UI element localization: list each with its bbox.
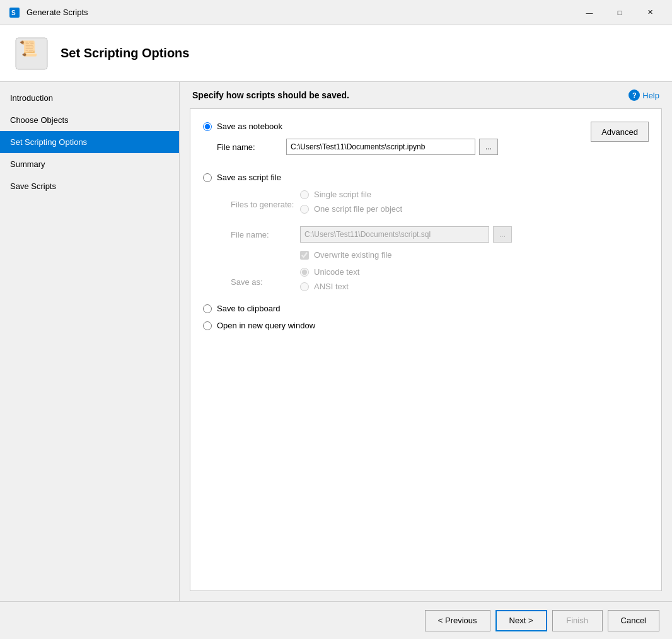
script-filename-input[interactable]	[300, 226, 489, 243]
finish-button[interactable]: Finish	[552, 610, 603, 631]
save-as-script-row: Save as script file	[203, 173, 649, 182]
notebook-browse-button[interactable]: ...	[479, 139, 498, 155]
cancel-button[interactable]: Cancel	[608, 610, 659, 631]
panel-top-row: Save as notebook File name: ... Advanced	[203, 122, 649, 163]
single-script-radio[interactable]	[300, 190, 309, 199]
script-filename-row: File name: ...	[231, 226, 649, 243]
advanced-button[interactable]: Advanced	[591, 122, 649, 142]
one-per-object-label: One script file per object	[314, 204, 402, 214]
open-in-query-label: Open in new query window	[217, 321, 315, 330]
minimize-button[interactable]: —	[575, 3, 604, 23]
notebook-filename-input[interactable]	[286, 139, 475, 155]
options-panel: Save as notebook File name: ... Advanced…	[190, 108, 662, 591]
save-as-notebook-row: Save as notebook	[203, 122, 498, 131]
content-area: Specify how scripts should be saved. ? H…	[180, 82, 672, 601]
open-query-row: Open in new query window	[203, 321, 649, 330]
notebook-filename-label: File name:	[217, 142, 286, 152]
save-as-label: Save as:	[231, 277, 300, 287]
save-notebook-section: Save as notebook File name: ...	[203, 122, 498, 163]
ansi-label: ANSI text	[314, 282, 349, 291]
sidebar-item-save-scripts[interactable]: Save Scripts	[0, 175, 179, 197]
ansi-radio[interactable]	[300, 282, 309, 291]
single-script-label: Single script file	[314, 190, 371, 199]
previous-button[interactable]: < Previous	[425, 610, 490, 631]
unicode-row: Unicode text	[300, 267, 359, 277]
save-as-row: Save as: Unicode text ANSI text	[231, 267, 649, 296]
main-area: Introduction Choose Objects Set Scriptin…	[0, 82, 672, 601]
save-as-notebook-label: Save as notebook	[217, 122, 282, 131]
files-to-generate-row: Files to generate: Single script file On…	[231, 190, 649, 219]
unicode-radio[interactable]	[300, 268, 309, 277]
next-button[interactable]: Next >	[495, 610, 547, 631]
help-link[interactable]: ? Help	[629, 89, 659, 101]
overwrite-row: Overwrite existing file	[300, 250, 649, 260]
maximize-button[interactable]: □	[605, 3, 634, 23]
files-to-generate-options: Single script file One script file per o…	[300, 190, 402, 219]
svg-text:S: S	[11, 9, 16, 16]
app-icon: S	[8, 6, 21, 20]
save-as-script-radio[interactable]	[203, 173, 212, 182]
footer: < Previous Next > Finish Cancel	[0, 601, 672, 639]
script-browse-button[interactable]: ...	[493, 226, 512, 243]
open-in-query-radio[interactable]	[203, 321, 212, 330]
save-as-options: Unicode text ANSI text	[300, 267, 359, 296]
title-bar: S Generate Scripts — □ ✕	[0, 0, 672, 25]
sidebar-item-summary[interactable]: Summary	[0, 153, 179, 175]
one-per-object-radio[interactable]	[300, 205, 309, 214]
single-script-row: Single script file	[300, 190, 402, 199]
dialog-title: Set Scripting Options	[61, 46, 189, 60]
svg-text:📜: 📜	[19, 39, 38, 57]
window-controls: — □ ✕	[575, 3, 664, 23]
sidebar: Introduction Choose Objects Set Scriptin…	[0, 82, 180, 601]
save-to-clipboard-row: Save to clipboard	[203, 304, 649, 313]
sidebar-item-choose-objects[interactable]: Choose Objects	[0, 109, 179, 131]
dialog-header: 📜 Set Scripting Options	[0, 25, 672, 82]
help-icon: ?	[629, 89, 640, 101]
notebook-filename-row: File name: ...	[217, 139, 498, 155]
overwrite-label: Overwrite existing file	[314, 250, 392, 260]
sidebar-item-set-scripting-options[interactable]: Set Scripting Options	[0, 131, 179, 153]
header-icon: 📜	[13, 35, 50, 72]
one-per-object-row: One script file per object	[300, 204, 402, 214]
overwrite-checkbox[interactable]	[300, 251, 309, 260]
save-as-notebook-radio[interactable]	[203, 122, 212, 131]
save-to-clipboard-label: Save to clipboard	[217, 304, 280, 313]
section-title: Specify how scripts should be saved.	[192, 90, 349, 100]
close-button[interactable]: ✕	[635, 3, 664, 23]
window-title: Generate Scripts	[26, 8, 575, 17]
script-options-indent: Files to generate: Single script file On…	[231, 190, 649, 296]
content-header: Specify how scripts should be saved. ? H…	[180, 82, 672, 108]
save-as-script-label: Save as script file	[217, 173, 281, 182]
files-to-generate-label: Files to generate:	[231, 200, 300, 209]
sidebar-item-introduction[interactable]: Introduction	[0, 87, 179, 109]
unicode-label: Unicode text	[314, 267, 359, 277]
script-filename-label: File name:	[231, 230, 300, 239]
save-to-clipboard-radio[interactable]	[203, 304, 212, 313]
ansi-row: ANSI text	[300, 282, 359, 291]
